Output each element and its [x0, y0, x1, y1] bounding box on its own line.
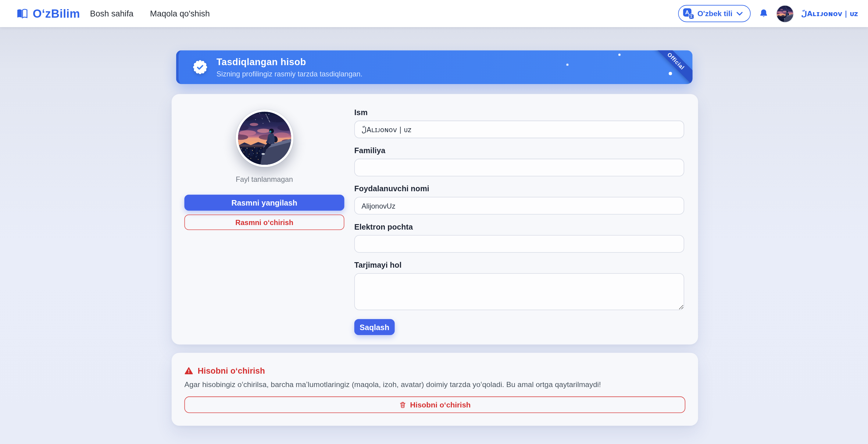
delete-account-button-label: Hisobni oʻchirish: [410, 401, 471, 409]
nav-item-home[interactable]: Bosh sahifa: [90, 9, 133, 18]
book-icon: [16, 8, 29, 20]
profile-card: Fayl tanlanmagan Rasmni yangilash Rasmni…: [172, 94, 698, 345]
nav-links: Bosh sahifa Maqola qo'shish: [90, 9, 210, 18]
warning-triangle-icon: [184, 367, 193, 375]
chevron-down-icon: [736, 11, 743, 16]
email-label: Elektron pochta: [354, 222, 684, 231]
page: OʻzBilim Bosh sahifa Maqola qo'shish A 文…: [0, 0, 868, 444]
brand-logo[interactable]: OʻzBilim: [16, 7, 80, 21]
delete-account-button[interactable]: Hisobni oʻchirish: [184, 397, 685, 413]
bio-textarea[interactable]: [354, 273, 684, 310]
save-button[interactable]: Saqlash: [354, 319, 395, 335]
verified-badge-icon: [193, 60, 208, 75]
brand-name: OʻzBilim: [33, 7, 80, 21]
first-name-input[interactable]: [354, 121, 684, 138]
username-input[interactable]: [354, 197, 684, 214]
delete-account-description: Agar hisobingiz oʻchirilsa, barcha maʼlu…: [184, 380, 685, 388]
username[interactable]: لّAʟɪᴊᴏɴᴏᴠ | ᴜᴢ: [801, 9, 858, 18]
notifications-button[interactable]: [758, 8, 769, 19]
delete-account-card: Hisobni oʻchirish Agar hisobingiz oʻchir…: [172, 353, 698, 426]
delete-account-title: Hisobni oʻchirish: [197, 366, 265, 375]
first-name-label: Ism: [354, 108, 684, 116]
verified-banner: Tasdiqlangan hisob Sizning profilingiz r…: [176, 50, 692, 84]
avatar-image: [238, 112, 291, 165]
bell-icon: [758, 8, 769, 19]
remove-photo-button[interactable]: Rasmni oʻchirish: [184, 214, 344, 230]
translate-icon: A 文: [683, 8, 693, 19]
last-name-input[interactable]: [354, 159, 684, 176]
avatar-column: Fayl tanlanmagan Rasmni yangilash Rasmni…: [184, 94, 344, 230]
last-name-label: Familiya: [354, 146, 684, 155]
official-ribbon: Official: [648, 50, 692, 84]
user-avatar[interactable]: [777, 5, 793, 22]
profile-avatar: [236, 110, 293, 167]
navbar: OʻzBilim Bosh sahifa Maqola qo'shish A 文…: [0, 0, 868, 27]
profile-form: Ism Familiya Foydalanuvchi nomi Elektron…: [354, 94, 684, 335]
avatar-image: [777, 5, 793, 22]
update-photo-button[interactable]: Rasmni yangilash: [184, 195, 344, 211]
language-label: O'zbek tili: [698, 9, 733, 18]
navbar-right: A 文 O'zbek tili لّAʟɪᴊᴏɴᴏᴠ | ᴜᴢ: [678, 5, 860, 22]
delete-account-header: Hisobni oʻchirish: [184, 366, 685, 375]
username-label: Foydalanuvchi nomi: [354, 184, 684, 193]
decor-dot: [618, 54, 620, 56]
decor-dot: [566, 64, 568, 66]
language-selector[interactable]: A 文 O'zbek tili: [678, 5, 751, 22]
nav-item-add-article[interactable]: Maqola qo'shish: [150, 9, 210, 18]
banner-title: Tasdiqlangan hisob: [216, 57, 363, 68]
decor-dot: [669, 72, 672, 75]
email-input[interactable]: [354, 235, 684, 253]
bio-label: Tarjimayi hol: [354, 260, 684, 269]
trash-icon: [399, 401, 406, 408]
file-status-text: Fayl tanlanmagan: [236, 175, 293, 184]
banner-subtitle: Sizning profilingiz rasmiy tarzda tasdiq…: [216, 69, 363, 78]
banner-text: Tasdiqlangan hisob Sizning profilingiz r…: [216, 57, 363, 78]
